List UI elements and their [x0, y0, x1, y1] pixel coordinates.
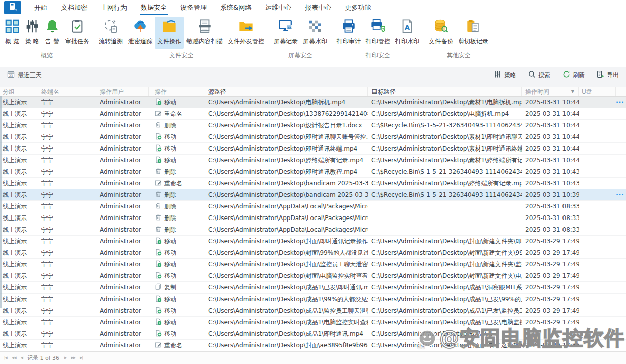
ribbon-button-screen-watermark[interactable]: 屏幕水印 — [300, 17, 330, 49]
table-row[interactable]: 线上演示宁宁Administrator移动C:\Users\Administra… — [0, 247, 626, 259]
column-header-source-path[interactable]: 源路径 — [204, 87, 368, 96]
row-operation: 删除 — [149, 224, 204, 235]
table-row[interactable]: 线上演示宁宁Administrator移动C:\Users\Administra… — [0, 155, 626, 166]
table-row[interactable]: 线上演示宁宁Administrator移动C:\Users\Administra… — [0, 328, 626, 340]
row-target-path: C:\Users\Administrator\Desktop\封面\新建文件夹\… — [368, 236, 522, 247]
row-terminal-name: 宁宁 — [35, 131, 93, 142]
row-more-button[interactable]: ··· — [616, 189, 626, 200]
pager-prev-icon[interactable]: ◀ — [21, 356, 23, 360]
row-terminal-name: 宁宁 — [35, 201, 93, 212]
table-row[interactable]: 线上演示宁宁Administrator重命名C:\Users\Administr… — [0, 178, 626, 189]
delete-op-icon — [155, 225, 162, 235]
table-row[interactable]: 线上演示宁宁Administrator重命名C:\Users\Administr… — [0, 108, 626, 120]
table-row[interactable]: 线上演示宁宁Administrator移动C:\Users\Administra… — [0, 259, 626, 270]
ribbon-button-alert[interactable]: 告 警 — [42, 17, 62, 49]
column-header-usb[interactable]: U盘 — [579, 87, 616, 96]
ribbon-button-overview[interactable]: 概 览 — [2, 17, 22, 49]
row-more-button — [616, 282, 626, 293]
ribbon-group-label-other-security: 其他安全 — [426, 51, 491, 61]
ribbon-button-print-audit[interactable]: 打印审计 — [334, 17, 363, 49]
row-more-button — [616, 294, 626, 305]
row-operator-user: Administrator — [93, 166, 149, 177]
column-header-user[interactable]: 操作用户 — [93, 87, 149, 96]
tab-report-center[interactable]: 报表中心 — [304, 0, 332, 15]
ribbon-button-circulation-trace[interactable]: 流转追溯 — [96, 17, 126, 49]
pager-fast-next-icon[interactable]: ▶▶ — [71, 356, 75, 360]
tab-start[interactable]: 开始 — [33, 0, 48, 15]
table-row[interactable]: 线上演示宁宁Administrator移动C:\Users\Administra… — [0, 97, 626, 108]
move-op-icon — [155, 306, 162, 316]
tab-ops-center[interactable]: 运维中心 — [264, 0, 292, 15]
column-header-target-path[interactable]: 目标路径 — [368, 87, 522, 96]
row-source-path: C:\Users\Administrator\Desktop\封面\电脑监控实时… — [204, 270, 368, 281]
column-header-terminal[interactable]: 终端名 — [35, 87, 93, 96]
ribbon-button-approval-tasks[interactable]: 审批任务 — [62, 17, 92, 49]
row-target-path: C:\Users\Administrator\Desktop\电脑拆机.mp4 — [368, 108, 522, 119]
row-more-button[interactable]: ··· — [616, 97, 626, 108]
table-row[interactable]: 线上演示宁宁Administrator删除C:\Users\Administra… — [0, 212, 626, 224]
table-row[interactable]: 线上演示宁宁Administrator移动C:\Users\Administra… — [0, 270, 626, 282]
row-operation-time: 2025-03-29 17:49:55 — [522, 270, 579, 281]
table-row[interactable]: 线上演示宁宁Administrator移动C:\Users\Administra… — [0, 294, 626, 305]
column-header-group[interactable]: 分组 — [0, 87, 35, 96]
row-target-path: C:\Users\Administrator\Desktop\素材1\婷终端所有… — [368, 155, 522, 166]
policy-sliders-icon — [25, 19, 40, 36]
table-row[interactable]: 线上演示宁宁Administrator移动C:\Users\Administra… — [0, 305, 626, 317]
app-menu-button[interactable] — [4, 1, 21, 14]
table-row[interactable]: 线上演示宁宁Administrator复制C:\Users\Administra… — [0, 282, 626, 294]
row-usb — [579, 143, 616, 154]
ribbon-button-screen-record[interactable]: 屏幕记录 — [271, 17, 300, 49]
pager-fast-prev-icon[interactable]: ◀◀ — [12, 356, 16, 360]
ribbon-button-policy[interactable]: 策 略 — [22, 17, 42, 49]
table-row[interactable]: 线上演示宁宁Administrator删除C:\Users\Administra… — [0, 166, 626, 178]
ribbon-button-print-watermark[interactable]: A 打印水印 — [393, 17, 422, 49]
ribbon-button-sensitive-content-scan[interactable]: 敏感内容扫描 — [184, 17, 225, 49]
ribbon-button-leak-tracking[interactable]: 泄密追踪 — [126, 17, 155, 49]
row-source-path: C:\Users\Administrator\Desktop\封面\即时通讯记录… — [204, 236, 368, 247]
pager-last-icon[interactable]: ▶| — [80, 356, 83, 360]
ribbon-group-overview: 概 览 策 略 告 警 审批任务 概览 — [0, 15, 94, 61]
tab-document-encryption[interactable]: 文档加密 — [60, 0, 88, 15]
table-row[interactable]: 线上演示宁宁Administrator删除C:\Users\Administra… — [0, 224, 626, 236]
filter-toolbar: 23 最近三天 策略 搜索 刷新 导出 — [7, 67, 619, 83]
pager-first-icon[interactable]: |◀ — [4, 356, 7, 360]
tab-data-security[interactable]: 数据安全 — [140, 0, 168, 15]
date-range-filter[interactable]: 23 最近三天 — [7, 70, 42, 80]
table-row[interactable]: 线上演示宁宁Administrator删除C:\Users\Administra… — [0, 201, 626, 212]
row-operation: 移动 — [149, 317, 204, 328]
tab-web-behavior[interactable]: 上网行为 — [100, 0, 128, 15]
refresh-button[interactable]: 刷新 — [562, 70, 585, 80]
search-button[interactable]: 搜索 — [528, 70, 550, 80]
tab-more-features[interactable]: 更多功能 — [344, 0, 372, 15]
export-icon — [597, 70, 604, 80]
column-header-operation[interactable]: 操作 — [149, 87, 204, 96]
table-row[interactable]: 线上演示宁宁Administrator删除C:\Users\Administra… — [0, 189, 626, 201]
policy-button[interactable]: 策略 — [494, 70, 516, 80]
export-button[interactable]: 导出 — [597, 70, 619, 80]
move-op-icon — [155, 260, 162, 270]
move-op-icon — [155, 329, 162, 339]
row-target-path: C:\$Recycle.Bin\S-1-5-21-326340493-11140… — [368, 166, 522, 177]
table-row[interactable]: 线上演示宁宁Administrator移动C:\Users\Administra… — [0, 143, 626, 155]
ribbon-button-file-outgoing-control[interactable]: 文件外发管控 — [225, 17, 267, 49]
table-row[interactable]: 线上演示宁宁Administrator移动C:\Users\Administra… — [0, 236, 626, 247]
pager-next-icon[interactable]: ▶ — [64, 356, 66, 360]
ribbon-button-file-backup[interactable]: 文件备份 — [426, 17, 456, 49]
table-row[interactable]: 线上演示宁宁Administrator移动C:\Users\Administra… — [0, 131, 626, 143]
move-op-icon — [155, 156, 162, 166]
row-more-button — [616, 317, 626, 328]
row-target-path: C:\Users\Administrator\Desktop\成品1\已发\99… — [368, 294, 522, 305]
table-row[interactable]: 线上演示宁宁Administrator移动C:\Users\Administra… — [0, 317, 626, 328]
ribbon-button-print-control[interactable]: 打印管控 — [363, 17, 393, 49]
row-operation: 移动 — [149, 305, 204, 316]
table-row[interactable]: 线上演示宁宁Administrator删除C:\Users\Administra… — [0, 120, 626, 131]
ribbon-button-file-operation[interactable]: 文件操作 — [155, 17, 184, 49]
row-terminal-name: 宁宁 — [35, 317, 93, 328]
row-usb — [579, 305, 616, 316]
tab-system-network[interactable]: 系统&网络 — [219, 0, 253, 15]
column-header-time[interactable]: 操作时间▼ — [522, 87, 579, 96]
ribbon-button-clipboard-record[interactable]: 剪切板记录 — [456, 17, 491, 49]
row-more-button — [616, 224, 626, 235]
tab-device-management[interactable]: 设备管理 — [179, 0, 208, 15]
table-row[interactable]: 线上演示宁宁Administrator重命名C:\Users\Administr… — [0, 340, 626, 351]
